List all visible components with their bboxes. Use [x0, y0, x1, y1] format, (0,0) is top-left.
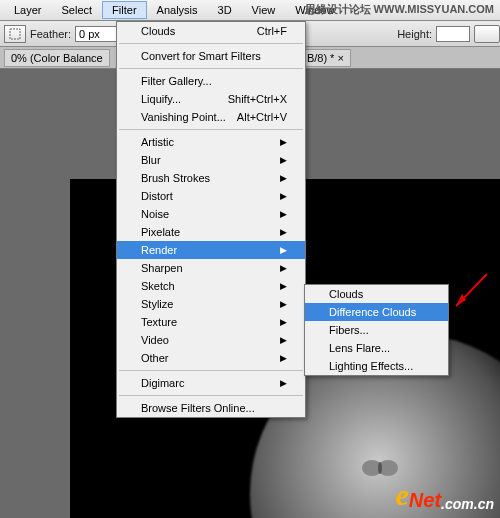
submenu-arrow-icon: ▶: [280, 378, 287, 388]
mi-lens-flare[interactable]: Lens Flare...: [305, 339, 448, 357]
render-submenu: Clouds Difference Clouds Fibers... Lens …: [304, 284, 449, 376]
menu-separator: [119, 68, 303, 69]
mi-pixelate[interactable]: Pixelate▶: [117, 223, 305, 241]
submenu-arrow-icon: ▶: [280, 209, 287, 219]
doc-tab-label: 0% (Color Balance: [11, 52, 103, 64]
submenu-arrow-icon: ▶: [280, 137, 287, 147]
doc-tab-left[interactable]: 0% (Color Balance: [4, 49, 110, 67]
menu-separator: [119, 43, 303, 44]
app-window: 思缘设计论坛 WWW.MISSYUAN.COM Layer Select Fil…: [0, 0, 500, 518]
mi-browse-online[interactable]: Browse Filters Online...: [117, 399, 305, 417]
mi-noise[interactable]: Noise▶: [117, 205, 305, 223]
mi-blur[interactable]: Blur▶: [117, 151, 305, 169]
mi-filter-gallery[interactable]: Filter Gallery...: [117, 72, 305, 90]
mi-other[interactable]: Other▶: [117, 349, 305, 367]
menu-layer[interactable]: Layer: [4, 1, 52, 19]
mi-render[interactable]: Render▶: [117, 241, 305, 259]
menu-analysis[interactable]: Analysis: [147, 1, 208, 19]
mi-distort[interactable]: Distort▶: [117, 187, 305, 205]
marquee-tool-icon[interactable]: [4, 25, 26, 43]
mi-sharpen[interactable]: Sharpen▶: [117, 259, 305, 277]
menu-select[interactable]: Select: [52, 1, 103, 19]
red-arrow-annotation: [452, 272, 492, 312]
submenu-arrow-icon: ▶: [280, 191, 287, 201]
filter-dropdown: Clouds Ctrl+F Convert for Smart Filters …: [116, 21, 306, 418]
height-label: Height:: [397, 28, 432, 40]
submenu-arrow-icon: ▶: [280, 263, 287, 273]
mi-liquify[interactable]: Liquify...Shift+Ctrl+X: [117, 90, 305, 108]
submenu-arrow-icon: ▶: [280, 245, 287, 255]
submenu-arrow-icon: ▶: [280, 227, 287, 237]
mi-convert-smart[interactable]: Convert for Smart Filters: [117, 47, 305, 65]
menu-3d[interactable]: 3D: [208, 1, 242, 19]
submenu-arrow-icon: ▶: [280, 155, 287, 165]
mi-clouds[interactable]: Clouds Ctrl+F: [117, 22, 305, 40]
submenu-arrow-icon: ▶: [280, 299, 287, 309]
menu-view[interactable]: View: [242, 1, 286, 19]
mi-video[interactable]: Video▶: [117, 331, 305, 349]
submenu-arrow-icon: ▶: [280, 173, 287, 183]
svg-point-5: [378, 462, 382, 474]
options-button[interactable]: [474, 25, 500, 43]
menu-filter[interactable]: Filter: [102, 1, 146, 19]
menu-separator: [119, 370, 303, 371]
mi-stylize[interactable]: Stylize▶: [117, 295, 305, 313]
mi-difference-clouds[interactable]: Difference Clouds: [305, 303, 448, 321]
height-input[interactable]: [436, 26, 470, 42]
feather-input[interactable]: [75, 26, 121, 42]
feather-label: Feather:: [30, 28, 71, 40]
mi-artistic[interactable]: Artistic▶: [117, 133, 305, 151]
mi-lighting-effects[interactable]: Lighting Effects...: [305, 357, 448, 375]
submenu-arrow-icon: ▶: [280, 335, 287, 345]
mi-render-clouds[interactable]: Clouds: [305, 285, 448, 303]
butterfly-icon: [360, 454, 400, 482]
mi-brush-strokes[interactable]: Brush Strokes▶: [117, 169, 305, 187]
mi-texture[interactable]: Texture▶: [117, 313, 305, 331]
mi-sketch[interactable]: Sketch▶: [117, 277, 305, 295]
mi-vanishing-point[interactable]: Vanishing Point...Alt+Ctrl+V: [117, 108, 305, 126]
svg-rect-0: [10, 29, 20, 39]
watermark-top: 思缘设计论坛 WWW.MISSYUAN.COM: [305, 2, 494, 17]
watermark-logo: e Net .com.cn: [396, 478, 494, 512]
mi-digimarc[interactable]: Digimarc▶: [117, 374, 305, 392]
menu-separator: [119, 395, 303, 396]
submenu-arrow-icon: ▶: [280, 281, 287, 291]
mi-fibers[interactable]: Fibers...: [305, 321, 448, 339]
submenu-arrow-icon: ▶: [280, 317, 287, 327]
submenu-arrow-icon: ▶: [280, 353, 287, 363]
menu-separator: [119, 129, 303, 130]
